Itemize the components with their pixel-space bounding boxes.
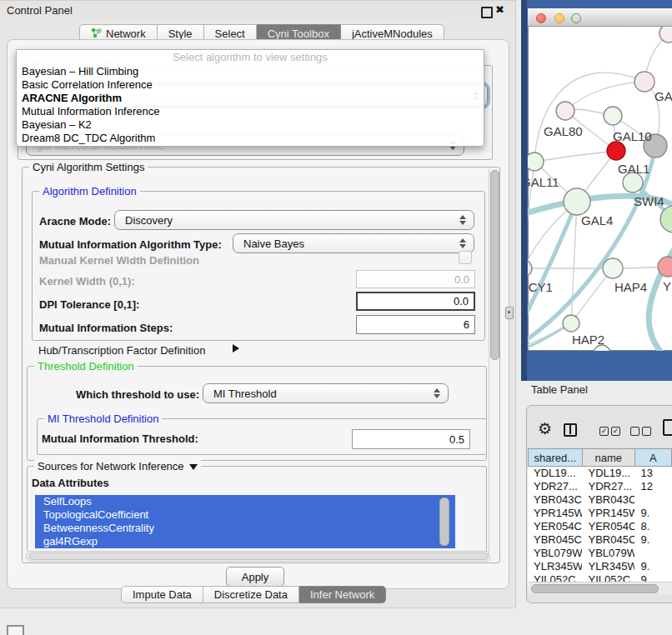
attribute-item-gal4rgexp[interactable]: gal4RGexp — [35, 535, 455, 548]
unchecked-checkbox-icon[interactable] — [642, 427, 651, 436]
mi-steps-input[interactable]: 6 — [356, 315, 475, 334]
network-node-gcy1[interactable] — [528, 260, 532, 277]
manual-kernel-checkbox[interactable] — [459, 251, 472, 264]
table-cell: YPR145W — [582, 507, 634, 520]
settings-horizontal-scrollbar[interactable] — [26, 551, 491, 562]
tab-discretize-data[interactable]: Discretize Data — [203, 586, 299, 603]
mi-threshold-label: Mutual Information Threshold: — [42, 432, 198, 445]
network-node-gal4[interactable] — [564, 188, 590, 215]
table-cell: 12 — [634, 480, 672, 493]
which-threshold-value: MI Threshold — [213, 388, 277, 400]
algorithm-option-basic-correlation-inference[interactable]: Basic Correlation Inference — [17, 78, 484, 92]
sources-legend[interactable]: Sources for Network Inference — [34, 460, 201, 472]
column-header-shared[interactable]: shared... — [528, 448, 583, 467]
combo-stepper-icon[interactable] — [459, 238, 466, 248]
which-threshold-combo[interactable]: MI Threshold — [203, 383, 449, 403]
sources-group: Sources for Network Inference Data Attri… — [27, 466, 487, 552]
columns-icon[interactable] — [564, 423, 577, 437]
minimize-traffic-light-icon[interactable] — [554, 13, 564, 23]
network-node-gal10[interactable] — [604, 107, 622, 125]
network-node-gal1[interactable] — [607, 142, 625, 160]
attribute-item-selfloops[interactable]: SelfLoops — [35, 495, 455, 508]
table-row[interactable]: YPR145WYPR145W9. — [528, 507, 672, 520]
algorithm-option-aracne-algorithm[interactable]: ARACNE Algorithm — [17, 92, 484, 105]
table-cell: 9. — [634, 507, 672, 520]
combo-stepper-icon[interactable] — [459, 215, 466, 225]
network-node-gal[interactable] — [634, 72, 654, 92]
table-cell: YPR145W — [528, 507, 582, 520]
sources-collapse-icon[interactable] — [189, 464, 198, 470]
network-node-hap4[interactable] — [603, 258, 623, 278]
attribute-item-topologicalcoefficient[interactable]: TopologicalCoefficient — [35, 508, 455, 522]
tab-label: Network — [106, 28, 146, 40]
aracne-mode-value: Discovery — [125, 214, 173, 227]
checked-checkbox-icon[interactable]: ✓ — [611, 427, 620, 436]
table-cell: YBR045C — [528, 533, 582, 547]
zoom-traffic-light-icon[interactable] — [571, 13, 581, 23]
dpi-tolerance-label: DPI Tolerance [0,1]: — [39, 298, 139, 311]
mi-type-combo[interactable]: Naive Bayes — [233, 233, 474, 253]
unchecked-checkbox-icon[interactable] — [630, 427, 639, 436]
network-edge — [571, 202, 577, 323]
combo-stepper-icon[interactable] — [434, 388, 440, 398]
table-cell: 13 — [634, 467, 672, 480]
apply-button[interactable]: Apply — [226, 567, 284, 587]
algorithm-option-mutual-information-inference[interactable]: Mutual Information Inference — [17, 105, 484, 118]
data-attributes-label: Data Attributes — [32, 477, 109, 489]
kernel-width-input[interactable]: 0.0 — [356, 270, 475, 288]
control-panel-window: Control Panel ✖ NetworkStyleSelectCyni T… — [0, 0, 516, 608]
table-cell: YER054C — [582, 520, 634, 533]
close-traffic-light-icon[interactable] — [536, 13, 546, 23]
threshold-definition-group: Threshold Definition Which threshold to … — [27, 366, 487, 461]
algorithm-option-bayesian-hill-climbing[interactable]: Bayesian – Hill Climbing — [17, 65, 484, 78]
panel-corner-icon[interactable] — [7, 625, 24, 635]
network-canvas[interactable]: GALGAL80GAL10GAL1GAL11SWI4GAL4HAP4YGCY1H… — [528, 27, 672, 351]
table-cell: YDR27... — [582, 480, 634, 493]
gear-icon[interactable]: ⚙ — [538, 420, 552, 438]
mi-threshold-legend: MI Threshold Definition — [44, 412, 162, 425]
network-node-hap2[interactable] — [563, 315, 579, 332]
column-header-a[interactable]: A — [635, 448, 672, 467]
column-header-name[interactable]: name — [583, 448, 635, 467]
network-node-gal80[interactable] — [556, 102, 574, 120]
network-node-gal11[interactable] — [528, 152, 544, 171]
tab-label: Style — [168, 28, 193, 40]
panel-divider-handle[interactable] — [505, 307, 514, 319]
hub-expand-icon[interactable] — [233, 344, 239, 352]
which-threshold-label: Which threshold to use: — [76, 388, 199, 401]
settings-vertical-scrollbar[interactable] — [489, 168, 499, 557]
aracne-mode-combo[interactable]: Discovery — [114, 210, 474, 230]
table-row[interactable]: YDL19...YDL19...13 — [528, 467, 672, 480]
table-horizontal-scrollbar[interactable] — [529, 582, 672, 594]
checked-checkbox-icon[interactable]: ✓ — [599, 427, 609, 436]
table-cell: YLR345W — [528, 560, 582, 573]
network-node-label: Y — [663, 279, 671, 293]
tab-impute-data[interactable]: Impute Data — [121, 586, 203, 603]
attribute-item-betweennesscentrality[interactable]: BetweennessCentrality — [35, 522, 455, 535]
table-row[interactable]: YER054CYER054C8. — [528, 520, 672, 533]
table-row[interactable]: YBR043CYBR043C — [528, 493, 672, 507]
attributes-scrollbar-thumb[interactable] — [439, 498, 449, 546]
algorithm-option-dream8-dc-tdc-algorithm[interactable]: Dream8 DC_TDC Algorithm — [17, 132, 484, 145]
table-row[interactable]: YLR345WYLR345W9. — [528, 560, 672, 573]
tab-infer-network[interactable]: Infer Network — [299, 586, 386, 603]
dpi-tolerance-input[interactable]: 0.0 — [356, 292, 475, 311]
algorithm-option-bayesian-k2[interactable]: Bayesian – K2 — [17, 118, 484, 132]
mi-threshold-input[interactable]: 0.5 — [352, 429, 470, 449]
table-row[interactable]: YDR27...YDR27...12 — [528, 480, 672, 493]
document-icon[interactable] — [663, 419, 672, 436]
hub-definition-label[interactable]: Hub/Transcription Factor Definition — [38, 344, 205, 357]
table-hscroll-thumb[interactable] — [531, 584, 659, 593]
table-panel-title: Table Panel — [531, 383, 588, 396]
close-icon[interactable]: ✖ — [495, 3, 504, 16]
table-row[interactable]: YBL079WYBL079W — [528, 547, 672, 560]
node-table: shared...nameA YDL19...YDL19...13YDR27..… — [528, 448, 672, 588]
network-node-label: GAL — [654, 89, 672, 103]
table-cell: YBR043C — [528, 493, 582, 507]
settings-vscroll-thumb[interactable] — [490, 170, 499, 360]
float-window-icon[interactable] — [481, 7, 493, 18]
table-row[interactable]: YBR045CYBR045C9. — [528, 533, 672, 547]
network-node-y[interactable] — [658, 257, 672, 277]
settings-hscroll-thumb[interactable] — [28, 552, 489, 560]
network-window-titlebar[interactable] — [528, 8, 672, 27]
